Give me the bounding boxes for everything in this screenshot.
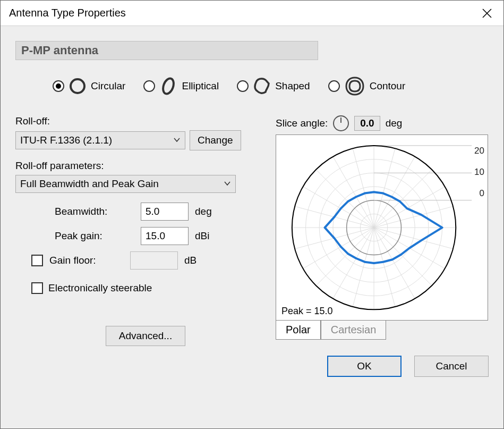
contour-icon [344,76,365,96]
slice-angle-unit: deg [386,117,403,129]
beam-type-label: Elliptical [182,80,219,92]
advanced-button[interactable]: Advanced... [106,326,185,346]
svg-point-0 [71,79,84,93]
steerable-checkbox[interactable] [31,282,43,294]
beam-type-elliptical[interactable]: Elliptical [143,77,219,95]
beam-type-radiogroup: Circular Elliptical Shaped Cont [53,76,489,96]
rolloff-value: ITU-R F.1336 (2.1.1) [20,134,112,146]
change-button[interactable]: Change [190,130,241,150]
rolloff-select[interactable]: ITU-R F.1336 (2.1.1) [15,131,185,149]
beamwidth-input[interactable] [141,203,189,221]
steerable-label: Electronically steerable [48,282,152,294]
gain-floor-input [130,251,178,270]
peak-gain-input[interactable] [141,227,189,245]
axis-tick: 10 [474,167,484,188]
beam-type-shaped[interactable]: Shaped [237,77,310,95]
circle-icon [69,77,87,95]
tab-polar[interactable]: Polar [276,321,321,340]
radio-icon [143,80,155,92]
chart-peak-label: Peak = 15.0 [281,306,333,317]
slice-angle-label: Slice angle: [276,117,328,129]
slice-angle-value[interactable]: 0.0 [354,116,380,131]
chevron-down-icon [173,134,181,146]
cancel-button[interactable]: Cancel [414,356,489,377]
beam-type-circular[interactable]: Circular [53,77,125,95]
beamwidth-unit: deg [195,206,221,217]
ok-button[interactable]: OK [327,356,402,377]
chevron-down-icon [224,178,231,190]
rolloff-params-label: Roll-off parameters: [15,160,260,172]
dial-icon[interactable] [333,115,349,131]
peak-gain-label: Peak gain: [55,230,134,242]
rolloff-label: Roll-off: [15,115,260,127]
axis-tick: 20 [474,146,484,167]
gain-floor-label: Gain floor: [49,255,124,266]
beam-type-label: Circular [91,80,125,92]
radio-icon [328,80,340,92]
beam-type-contour[interactable]: Contour [328,76,406,96]
beamwidth-label: Beamwidth: [55,206,134,217]
blob-icon [253,77,271,95]
svg-point-1 [161,77,176,95]
close-icon[interactable] [479,5,495,21]
antenna-name-field[interactable]: P-MP antenna [15,41,318,60]
axis-tick: 0 [474,188,484,209]
polar-chart: 20 10 0 Peak = 15.0 [276,134,488,321]
peak-gain-unit: dBi [195,230,221,242]
dialog-title: Antenna Type Properties [9,7,126,19]
tab-cartesian[interactable]: Cartesian [321,321,387,340]
gain-floor-unit: dB [184,255,211,266]
rolloff-params-select[interactable]: Full Beamwidth and Peak Gain [15,175,236,193]
beam-type-label: Shaped [275,80,310,92]
beam-type-label: Contour [370,80,406,92]
rolloff-params-value: Full Beamwidth and Peak Gain [20,178,159,190]
radio-icon [237,80,249,92]
ellipse-icon [159,77,177,95]
gain-floor-checkbox[interactable] [31,255,43,266]
radio-icon [53,80,64,92]
